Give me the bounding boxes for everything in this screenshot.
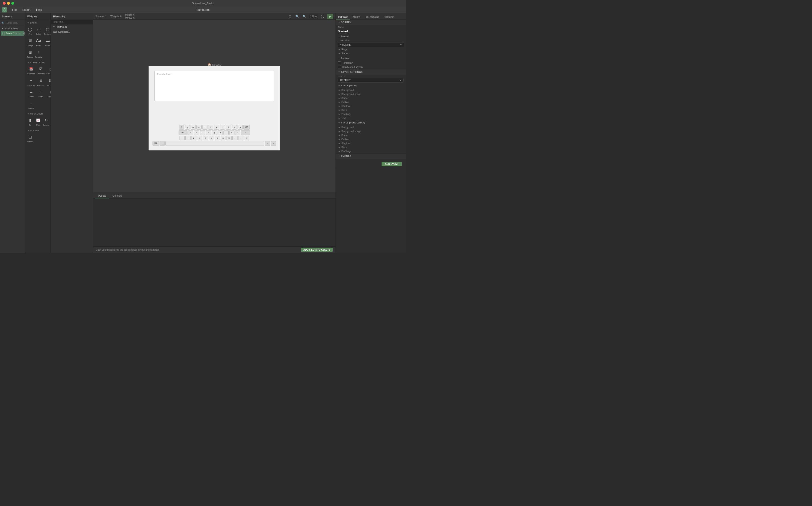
add-file-button[interactable]: ADD FILE INTO ASSETS <box>301 248 333 252</box>
kb-key-b[interactable]: b <box>215 136 220 140</box>
kb-key-period[interactable]: . <box>232 136 237 140</box>
screen-action-1[interactable]: ⊞ <box>15 32 18 35</box>
blend-item[interactable]: ▶ Blend <box>336 108 406 112</box>
kb-key-x[interactable]: x <box>197 136 202 140</box>
fullscreen-button[interactable]: ⛶ <box>320 14 325 19</box>
dont-export-checkbox[interactable] <box>338 66 341 68</box>
export-menu[interactable]: Export <box>20 8 33 12</box>
outline-item[interactable]: ▶ Outline <box>336 100 406 104</box>
widget-bar[interactable]: ▮ Bar <box>26 116 34 127</box>
flags-item[interactable]: ▶ Flags <box>336 48 406 52</box>
no-layout-dropdown[interactable]: No Layout ▼ <box>338 43 404 47</box>
widget-button[interactable]: ▭ Button <box>34 25 43 36</box>
zoom-in-button[interactable]: 🔍 <box>302 14 307 19</box>
kb-key-comma[interactable]: , <box>238 136 243 140</box>
paddings-item[interactable]: ▶ Paddings <box>336 112 406 116</box>
widget-screen[interactable]: ▢ Screen <box>26 133 34 144</box>
screen1-item[interactable]: ▢ Screen1 ⊞ ✏ 🗑 <box>1 31 24 36</box>
layout-subsection[interactable]: ▼ Layout <box>336 33 406 39</box>
scrollbar-outline-item[interactable]: ▶ Outline <box>336 137 406 141</box>
close-button[interactable] <box>3 2 6 5</box>
widget-container[interactable]: ▢ Container <box>43 25 51 36</box>
kb-key-colon[interactable]: : <box>244 136 249 140</box>
kb-key-s[interactable]: s <box>194 130 199 135</box>
kb-key-right[interactable]: › <box>265 141 270 146</box>
kb-key-l[interactable]: l <box>235 130 240 135</box>
states-item[interactable]: ▶ States <box>336 52 406 56</box>
kb-key-c[interactable]: c <box>203 136 208 140</box>
fit-screen-button[interactable]: ⊡ <box>288 14 293 19</box>
widget-colorwheel[interactable]: ◎ Colorwheel <box>46 65 51 76</box>
inspector-tab[interactable]: Inspector <box>336 15 350 19</box>
kb-key-d[interactable]: d <box>200 130 205 135</box>
animation-tab[interactable]: Animation <box>382 15 397 19</box>
kb-key-v[interactable]: v <box>209 136 214 140</box>
widget-dropdown[interactable]: ▾ Dropdown <box>26 76 36 87</box>
widget-switch[interactable]: ⊃ Switch <box>26 99 36 110</box>
console-tab[interactable]: Console <box>110 193 125 198</box>
screen-action-3[interactable]: 🗑 <box>22 32 25 35</box>
canvas-viewport[interactable]: 🏠 Screen1 Placeholder... !# q w <box>93 20 335 192</box>
help-menu[interactable]: Help <box>34 8 44 12</box>
style-settings-header[interactable]: ▼ STYLE SETTINGS <box>336 69 406 75</box>
widget-label[interactable]: Aa Label <box>34 36 43 48</box>
kb-key-hash[interactable]: !# <box>179 125 184 130</box>
kb-key-backspace[interactable]: ⌫ <box>243 125 250 130</box>
widget-keyboard[interactable]: ⌨ Keyboard <box>46 76 51 87</box>
kb-key-f[interactable]: f <box>206 130 211 135</box>
background-image-item[interactable]: ▶ Background image <box>336 92 406 96</box>
kb-key-t[interactable]: t <box>208 125 213 130</box>
border-item[interactable]: ▶ Border <box>336 96 406 100</box>
text-item[interactable]: ▶ Text <box>336 116 406 120</box>
file-menu[interactable]: File <box>10 8 19 12</box>
kb-key-space[interactable] <box>166 141 264 146</box>
background-item[interactable]: ▶ Background <box>336 88 406 92</box>
kb-key-p[interactable]: p <box>237 125 243 130</box>
kb-key-a[interactable]: a <box>188 130 193 135</box>
zoom-display[interactable]: 175% <box>309 15 318 18</box>
widget-spinner[interactable]: ↻ Spinner <box>42 116 50 127</box>
widget-tabview[interactable]: ⊟ Tabview <box>26 48 34 59</box>
kb-key-left[interactable]: ‹ <box>160 141 165 146</box>
kb-key-q[interactable]: q <box>185 125 190 130</box>
widget-panel[interactable]: ▬ Panel <box>43 36 51 48</box>
scrollbar-border-item[interactable]: ▶ Border <box>336 133 406 137</box>
kb-key-h[interactable]: h <box>218 130 223 135</box>
kb-key-y[interactable]: y <box>214 125 219 130</box>
initial-actions-item[interactable]: ▶ Initial actions <box>0 26 25 31</box>
screen-section-header[interactable]: ▼ SCREEN <box>336 20 406 25</box>
kb-key-k[interactable]: k <box>229 130 234 135</box>
zoom-out-button[interactable]: 🔍 <box>295 14 300 19</box>
kb-key-w[interactable]: w <box>191 125 196 130</box>
kb-key-m[interactable]: m <box>226 136 232 140</box>
widget-arc[interactable]: ◯ Arc <box>26 25 34 36</box>
kb-key-z[interactable]: z <box>191 136 196 140</box>
kb-key-abc[interactable]: ABC <box>179 130 188 135</box>
kb-key-o[interactable]: o <box>232 125 237 130</box>
kb-key-n[interactable]: n <box>221 136 226 140</box>
play-button[interactable]: ▶ <box>327 14 333 19</box>
widget-roller[interactable]: ≣ Roller <box>26 88 36 99</box>
minimize-button[interactable] <box>7 2 10 5</box>
kb-key-dash[interactable]: - <box>185 136 191 140</box>
screen-subsection[interactable]: ▼ Screen <box>336 56 406 61</box>
screen-action-2[interactable]: ✏ <box>19 32 21 35</box>
style-main-header[interactable]: ▼ STYLE (MAIN) <box>336 83 406 88</box>
widget-chart[interactable]: 📈 Chart <box>34 116 42 127</box>
events-header[interactable]: ▼ EVENTS <box>336 154 406 159</box>
scrollbar-blend-item[interactable]: ▶ Blend <box>336 145 406 149</box>
kb-key-e[interactable]: e <box>196 125 202 130</box>
shadow-item[interactable]: ▶ Shadow <box>336 104 406 108</box>
kb-key-kbd-toggle[interactable]: ⌨ <box>153 141 159 146</box>
widget-imgbutton[interactable]: ⊞ Imgbutton <box>36 76 45 87</box>
hierarchy-search-input[interactable] <box>51 20 93 24</box>
maximize-button[interactable] <box>11 2 14 5</box>
widget-spinbox[interactable]: ⊞ Spinbox <box>46 88 51 99</box>
widget-textarea[interactable]: ≡ Textarea <box>34 48 43 59</box>
scrollbar-paddings-item[interactable]: ▶ Paddings <box>336 149 406 153</box>
scrollbar-background-item[interactable]: ▶ Background <box>336 125 406 129</box>
kb-key-g[interactable]: g <box>212 130 217 135</box>
assets-tab[interactable]: Assets <box>95 193 109 198</box>
add-event-button[interactable]: ADD EVENT <box>382 162 402 166</box>
kb-key-j[interactable]: j <box>223 130 229 135</box>
